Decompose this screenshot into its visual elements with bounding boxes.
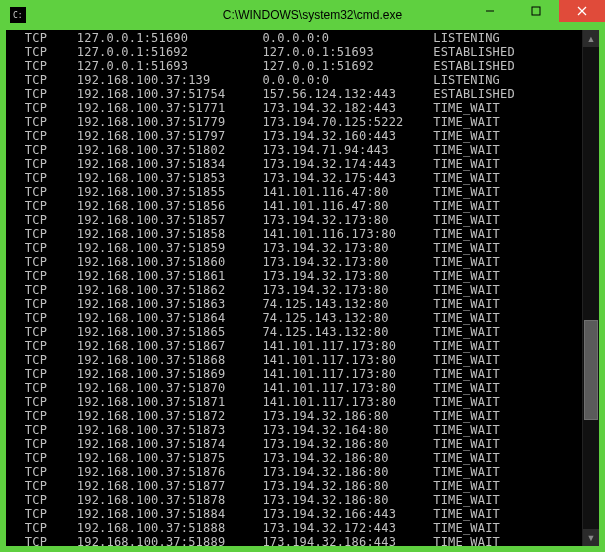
- netstat-row: TCP 192.168.100.37:51860 173.194.32.173:…: [10, 255, 595, 269]
- netstat-row: TCP 192.168.100.37:51873 173.194.32.164:…: [10, 423, 595, 437]
- close-icon: [577, 6, 587, 16]
- netstat-row: TCP 192.168.100.37:51875 173.194.32.186:…: [10, 451, 595, 465]
- netstat-row: TCP 127.0.0.1:51690 0.0.0.0:0 LISTENING: [10, 31, 595, 45]
- netstat-row: TCP 192.168.100.37:139 0.0.0.0:0 LISTENI…: [10, 73, 595, 87]
- netstat-row: TCP 192.168.100.37:51853 173.194.32.175:…: [10, 171, 595, 185]
- netstat-row: TCP 192.168.100.37:51889 173.194.32.186:…: [10, 535, 595, 546]
- svg-rect-3: [532, 7, 540, 15]
- close-button[interactable]: [559, 0, 605, 22]
- netstat-row: TCP 192.168.100.37:51869 141.101.117.173…: [10, 367, 595, 381]
- netstat-row: TCP 192.168.100.37:51888 173.194.32.172:…: [10, 521, 595, 535]
- netstat-row: TCP 192.168.100.37:51779 173.194.70.125:…: [10, 115, 595, 129]
- netstat-row: TCP 192.168.100.37:51834 173.194.32.174:…: [10, 157, 595, 171]
- netstat-row: TCP 192.168.100.37:51858 141.101.116.173…: [10, 227, 595, 241]
- netstat-row: TCP 192.168.100.37:51878 173.194.32.186:…: [10, 493, 595, 507]
- console-area: TCP 127.0.0.1:51690 0.0.0.0:0 LISTENING …: [6, 30, 599, 546]
- netstat-row: TCP 192.168.100.37:51771 173.194.32.182:…: [10, 101, 595, 115]
- titlebar[interactable]: C: C:\WINDOWS\system32\cmd.exe: [6, 0, 599, 30]
- netstat-row: TCP 192.168.100.37:51861 173.194.32.173:…: [10, 269, 595, 283]
- netstat-row: TCP 127.0.0.1:51692 127.0.0.1:51693 ESTA…: [10, 45, 595, 59]
- netstat-row: TCP 192.168.100.37:51754 157.56.124.132:…: [10, 87, 595, 101]
- minimize-button[interactable]: [467, 0, 513, 22]
- window-controls: [467, 0, 605, 22]
- maximize-icon: [531, 6, 541, 16]
- netstat-row: TCP 192.168.100.37:51871 141.101.117.173…: [10, 395, 595, 409]
- cmd-window: C: C:\WINDOWS\system32\cmd.exe TCP 127.0…: [0, 0, 605, 552]
- netstat-row: TCP 192.168.100.37:51797 173.194.32.160:…: [10, 129, 595, 143]
- netstat-row: TCP 192.168.100.37:51857 173.194.32.173:…: [10, 213, 595, 227]
- netstat-row: TCP 192.168.100.37:51874 173.194.32.186:…: [10, 437, 595, 451]
- netstat-row: TCP 192.168.100.37:51868 141.101.117.173…: [10, 353, 595, 367]
- cmd-icon: C:: [10, 7, 26, 23]
- vertical-scrollbar[interactable]: ▲ ▼: [582, 30, 599, 546]
- maximize-button[interactable]: [513, 0, 559, 22]
- netstat-row: TCP 192.168.100.37:51802 173.194.71.94:4…: [10, 143, 595, 157]
- netstat-row: TCP 192.168.100.37:51859 173.194.32.173:…: [10, 241, 595, 255]
- netstat-row: TCP 192.168.100.37:51855 141.101.116.47:…: [10, 185, 595, 199]
- netstat-row: TCP 192.168.100.37:51867 141.101.117.173…: [10, 339, 595, 353]
- netstat-row: TCP 192.168.100.37:51865 74.125.143.132:…: [10, 325, 595, 339]
- scrollbar-down-button[interactable]: ▼: [583, 529, 599, 546]
- netstat-row: TCP 192.168.100.37:51884 173.194.32.166:…: [10, 507, 595, 521]
- netstat-row: TCP 192.168.100.37:51872 173.194.32.186:…: [10, 409, 595, 423]
- svg-text:C:: C:: [13, 11, 23, 20]
- netstat-row: TCP 192.168.100.37:51856 141.101.116.47:…: [10, 199, 595, 213]
- netstat-row: TCP 192.168.100.37:51870 141.101.117.173…: [10, 381, 595, 395]
- netstat-row: TCP 192.168.100.37:51876 173.194.32.186:…: [10, 465, 595, 479]
- scrollbar-thumb[interactable]: [584, 320, 598, 420]
- netstat-row: TCP 192.168.100.37:51877 173.194.32.186:…: [10, 479, 595, 493]
- netstat-row: TCP 192.168.100.37:51864 74.125.143.132:…: [10, 311, 595, 325]
- minimize-icon: [485, 6, 495, 16]
- netstat-row: TCP 192.168.100.37:51863 74.125.143.132:…: [10, 297, 595, 311]
- netstat-row: TCP 127.0.0.1:51693 127.0.0.1:51692 ESTA…: [10, 59, 595, 73]
- netstat-row: TCP 192.168.100.37:51862 173.194.32.173:…: [10, 283, 595, 297]
- console-output[interactable]: TCP 127.0.0.1:51690 0.0.0.0:0 LISTENING …: [6, 30, 599, 546]
- scrollbar-up-button[interactable]: ▲: [583, 30, 599, 47]
